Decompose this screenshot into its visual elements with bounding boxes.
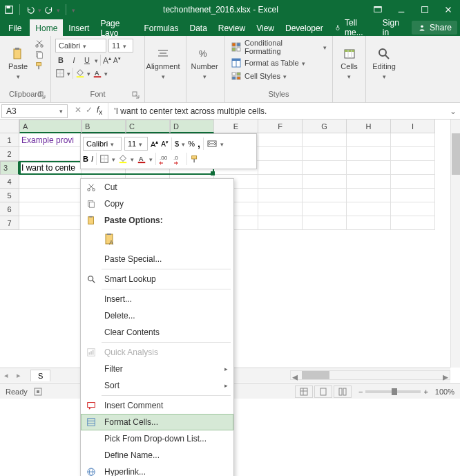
cell-styles-button[interactable]: Cell Styles [231,70,327,82]
underline-button[interactable]: U [82,56,93,64]
cells-group-button[interactable]: Cells [336,37,363,90]
ctx-delete[interactable]: Delete... [81,307,233,324]
tab-developer[interactable]: Developer [280,19,329,36]
col-header-e[interactable]: E [214,120,258,133]
number-group-button[interactable]: %Number [189,37,220,90]
mini-increase-decimal-icon[interactable]: .0 [173,153,184,164]
redo-icon[interactable] [44,5,54,15]
col-header-d[interactable]: D [170,120,214,133]
mini-fill-color-icon[interactable] [118,154,128,164]
zoom-in-button[interactable]: + [423,388,428,396]
maximize-button[interactable] [413,0,437,19]
cut-icon[interactable] [35,39,44,48]
mini-font-name[interactable]: Calibri [83,137,122,151]
font-size-select[interactable]: 11 [108,39,133,53]
mini-bold-button[interactable]: B [83,155,88,163]
col-header-i[interactable]: I [391,120,435,133]
minimize-button[interactable] [390,0,413,19]
enter-formula-icon[interactable]: ✓ [86,105,93,116]
ctx-smart-lookup[interactable]: Smart Lookup [81,271,233,287]
mini-percent-format[interactable]: % [188,140,195,148]
tab-data[interactable]: Data [184,19,212,36]
mini-decrease-decimal-icon[interactable]: .00 [159,153,170,164]
ctx-hyperlink[interactable]: Hyperlink... [81,464,233,476]
save-icon[interactable] [4,5,14,15]
row-header-2[interactable]: 2 [0,147,19,161]
cell-a1[interactable]: Example provi [19,133,82,147]
row-header-3[interactable]: 3 [0,161,19,175]
name-box[interactable]: A3 [1,104,68,118]
row-header-4[interactable]: 4 [0,175,19,189]
col-header-c[interactable]: C [126,120,170,133]
font-color-icon[interactable]: A [93,68,102,78]
ctx-format-cells[interactable]: Format Cells... [81,414,233,430]
mini-format-painter-icon[interactable] [190,154,200,164]
ctx-sort[interactable]: Sort▸ [81,377,233,394]
bold-button[interactable]: B [55,56,66,64]
col-header-g[interactable]: G [303,120,347,133]
tab-view[interactable]: View [251,19,280,36]
zoom-out-button[interactable]: − [358,388,363,396]
row-header-7[interactable]: 7 [0,216,19,230]
font-name-select[interactable]: Calibri [55,39,106,53]
tab-file[interactable]: File [0,19,30,36]
expand-formula-bar[interactable]: ⌄ [446,106,460,116]
horizontal-scrollbar[interactable]: ◂▸ [290,370,450,380]
alignment-group-button[interactable]: Alignment [148,37,178,90]
view-normal-button[interactable] [295,385,313,398]
sign-in[interactable]: Sign in [377,19,409,36]
select-all-corner[interactable] [0,120,19,133]
formula-input[interactable]: 'I want to center text across multiple c… [108,103,446,119]
font-launcher[interactable] [132,91,140,99]
cell-a3[interactable]: I want to cente [19,161,82,175]
macro-recording-icon[interactable] [33,387,43,397]
row-header-5[interactable]: 5 [0,189,19,202]
decrease-font-icon[interactable]: A▾ [113,56,121,64]
tab-insert[interactable]: Insert [63,19,95,36]
conditional-formatting-button[interactable]: Conditional Formatting [231,39,327,55]
increase-font-icon[interactable]: A▴ [103,55,111,66]
ribbon-display-options[interactable] [366,0,390,19]
col-header-f[interactable]: F [258,120,303,133]
ctx-paste-special[interactable]: Paste Special... [81,251,233,267]
mini-accounting-format[interactable]: $ [175,140,179,148]
editing-group-button[interactable]: Editing [369,37,399,90]
tell-me[interactable]: Tell me... [329,19,377,36]
italic-button[interactable]: I [68,56,79,64]
copy-icon[interactable] [35,50,44,59]
mini-increase-font[interactable]: A▴ [151,139,158,149]
tab-formulas[interactable]: Formulas [138,19,184,36]
paste-button[interactable]: Paste [3,37,33,90]
undo-dropdown[interactable] [38,5,41,15]
ctx-paste-default[interactable]: A [102,230,121,249]
ctx-cut[interactable]: Cut [81,179,233,196]
col-header-h[interactable]: H [347,120,391,133]
format-as-table-button[interactable]: Format as Table [231,57,327,68]
ctx-define-name[interactable]: Define Name... [81,447,233,464]
ctx-insert[interactable]: Insert... [81,291,233,307]
row-header-6[interactable]: 6 [0,202,19,216]
ctx-copy[interactable]: Copy [81,196,233,212]
col-header-a[interactable]: A [19,120,82,133]
redo-dropdown[interactable] [57,5,60,15]
insert-function-icon[interactable]: fx [97,105,102,116]
tab-review[interactable]: Review [213,19,251,36]
ctx-pick-from-list[interactable]: Pick From Drop-down List... [81,430,233,447]
view-pagelayout-button[interactable] [314,385,332,398]
mini-borders-icon[interactable] [99,154,109,164]
mini-merge-center-icon[interactable] [207,138,218,149]
zoom-slider[interactable] [365,390,421,393]
row-header-1[interactable]: 1 [0,133,19,147]
view-pagebreak-button[interactable] [334,385,352,398]
ctx-clear-contents[interactable]: Clear Contents [81,324,233,341]
mini-comma-format[interactable]: , [198,138,200,149]
ctx-insert-comment[interactable]: Insert Comment [81,397,233,414]
mini-font-color-icon[interactable]: A [137,154,146,164]
close-button[interactable] [437,0,460,19]
share-button[interactable]: Share [412,21,457,35]
format-painter-icon[interactable] [35,61,44,70]
fill-color-icon[interactable] [75,68,85,78]
borders-icon[interactable] [55,68,65,78]
vertical-scrollbar[interactable] [450,120,460,368]
tab-pagelayout[interactable]: Page Layo [95,19,138,36]
